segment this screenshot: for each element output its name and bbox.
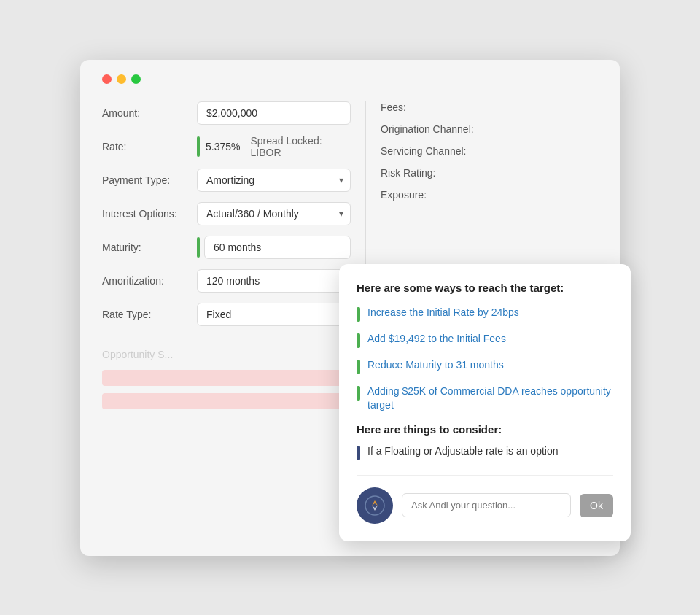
amortization-row: Amoritization:: [102, 269, 351, 293]
payment-type-select-wrapper: Amortizing: [197, 169, 351, 192]
maturity-row: Maturity:: [102, 236, 351, 259]
amortization-label: Amoritization:: [102, 275, 197, 287]
fees-label: Fees:: [381, 101, 475, 113]
interest-options-select-wrapper: Actual/360 / Monthly: [197, 202, 351, 225]
tooltip-footer: Ok: [357, 475, 613, 524]
risk-row: Risk Rating:: [381, 167, 598, 179]
opportunity-section: Opportunity S...: [102, 348, 351, 361]
origination-label: Origination Channel:: [381, 123, 475, 135]
suggestion-item-2: Add $19,492 to the Initial Fees: [357, 332, 613, 348]
suggestion-item-1: Increase the Initial Rate by 24bps: [357, 306, 613, 322]
suggestion-item-4: Adding $25K of Commercial DDA reaches op…: [357, 384, 613, 413]
amount-input[interactable]: [197, 101, 351, 125]
rate-label: Rate:: [102, 141, 197, 152]
consider-bar-1: [357, 446, 360, 460]
window-controls: [102, 74, 598, 84]
servicing-label: Servicing Channel:: [381, 145, 475, 157]
suggestion-text-1[interactable]: Increase the Initial Rate by 24bps: [368, 306, 519, 320]
interest-options-select[interactable]: Actual/360 / Monthly: [197, 202, 351, 225]
andi-icon: [365, 495, 385, 516]
origination-row: Origination Channel:: [381, 123, 598, 135]
maturity-label: Maturity:: [102, 241, 197, 253]
pink-bar-2: [102, 393, 351, 409]
exposure-label: Exposure:: [381, 189, 475, 201]
main-window: Amount: Rate: 5.375% Spread Locked: LIBO…: [80, 60, 620, 556]
ways-title: Here are some ways to reach the target:: [357, 282, 613, 294]
andi-avatar: [357, 487, 393, 524]
rate-value: 5.375%: [206, 141, 240, 152]
rate-spread: Spread Locked: LIBOR: [250, 135, 351, 158]
suggestion-bar-1: [357, 307, 360, 322]
suggestion-text-2[interactable]: Add $19,492 to the Initial Fees: [368, 332, 506, 347]
risk-label: Risk Rating:: [381, 167, 475, 179]
payment-type-label: Payment Type:: [102, 174, 197, 186]
consider-item-1: If a Floating or Adjustable rate is an o…: [357, 444, 613, 460]
minimize-button[interactable]: [117, 74, 126, 84]
maturity-display: [197, 236, 351, 259]
payment-type-select[interactable]: Amortizing: [197, 169, 351, 192]
ok-button[interactable]: Ok: [580, 494, 613, 517]
suggestion-bar-4: [357, 386, 360, 401]
maximize-button[interactable]: [131, 74, 141, 84]
amount-row: Amount:: [102, 101, 351, 125]
suggestion-bar-3: [357, 360, 360, 374]
suggestion-text-3[interactable]: Reduce Maturity to 31 months: [368, 358, 504, 373]
pink-bar-1: [102, 370, 351, 386]
interest-options-row: Interest Options: Actual/360 / Monthly: [102, 202, 351, 225]
amortization-input[interactable]: [197, 269, 351, 293]
consider-text-1: If a Floating or Adjustable rate is an o…: [368, 444, 559, 459]
rate-row: Rate: 5.375% Spread Locked: LIBOR: [102, 135, 351, 158]
rate-type-row: Rate Type:: [102, 303, 351, 326]
interest-options-label: Interest Options:: [102, 208, 197, 220]
exposure-row: Exposure:: [381, 189, 598, 201]
suggestion-item-3: Reduce Maturity to 31 months: [357, 358, 613, 374]
left-column: Amount: Rate: 5.375% Spread Locked: LIBO…: [102, 101, 365, 417]
amount-label: Amount:: [102, 107, 197, 119]
rate-display: 5.375% Spread Locked: LIBOR: [197, 135, 351, 158]
suggestion-text-4[interactable]: Adding $25K of Commercial DDA reaches op…: [368, 384, 613, 413]
servicing-row: Servicing Channel:: [381, 145, 598, 157]
opportunity-label: Opportunity S...: [102, 349, 173, 360]
rate-type-label: Rate Type:: [102, 309, 197, 320]
maturity-indicator: [197, 237, 200, 258]
close-button[interactable]: [102, 74, 112, 84]
rate-indicator: [197, 136, 200, 157]
tooltip-popup: Here are some ways to reach the target: …: [339, 264, 631, 541]
consider-title: Here are things to consider:: [357, 423, 613, 436]
payment-type-row: Payment Type: Amortizing: [102, 169, 351, 192]
rate-type-input[interactable]: [197, 303, 351, 326]
suggestion-bar-2: [357, 333, 360, 348]
maturity-input[interactable]: [204, 236, 351, 259]
fees-row: Fees:: [381, 101, 598, 113]
svg-point-0: [365, 496, 384, 515]
andi-question-input[interactable]: [402, 493, 571, 517]
